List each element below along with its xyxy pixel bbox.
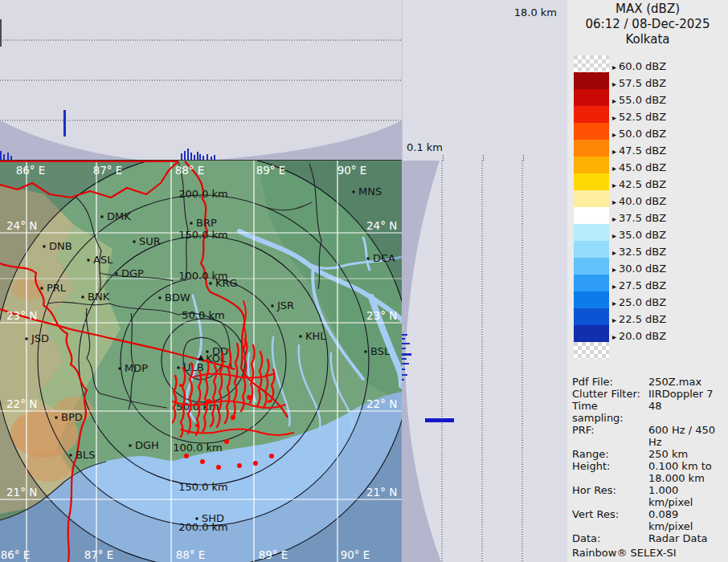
echo-profile-marks <box>402 334 454 422</box>
top-cross-section-canvas <box>0 0 402 161</box>
legend-color-band <box>574 258 609 275</box>
beam-blind-zone <box>0 120 402 160</box>
scale-value-text: 55.0 dBZ <box>619 94 666 106</box>
station-label: ULB <box>183 361 204 373</box>
scale-value-text: 22.5 dBZ <box>619 313 666 325</box>
beam-blind-zone <box>402 161 441 562</box>
scale-value-text: 20.0 dBZ <box>619 330 666 342</box>
tick-arrow-icon: ▸ <box>612 282 616 291</box>
metadata-label: PRF: <box>572 424 648 448</box>
station-dot <box>119 368 121 370</box>
station-dot <box>129 445 132 447</box>
metadata-label: Data: <box>572 532 648 544</box>
metadata-value: 250Z.max <box>648 376 725 388</box>
station-dot <box>43 246 46 248</box>
station-dot <box>133 241 136 243</box>
range-ring-label: 50.0 km <box>182 309 224 321</box>
metadata-value: 0.100 km to 18.000 km <box>648 460 725 484</box>
transparent-checker-top <box>574 55 609 72</box>
legend-scale-label: ▸37.5 dBZ <box>612 213 666 225</box>
axis-tick <box>483 155 484 161</box>
corner-axis-panel: 18.0 km 0.1 km <box>402 0 568 161</box>
side-cross-section-canvas <box>402 161 567 562</box>
scale-value-text: 37.5 dBZ <box>619 212 666 224</box>
metadata-row: Hor Res:1.000 km/pixel <box>572 484 725 508</box>
side-cross-section-panel <box>402 161 567 562</box>
longitude-label: 89° E <box>259 548 288 561</box>
metadata-label: Time sampling: <box>572 400 648 424</box>
station-label: BRP <box>196 217 217 229</box>
scale-value-text: 40.0 dBZ <box>619 195 666 207</box>
station-dot <box>70 454 72 457</box>
legend-color-band <box>574 140 609 157</box>
longitude-label: 86° E <box>16 164 46 177</box>
metadata-row: Data:Radar Data <box>572 532 725 544</box>
station-label: DMK <box>107 210 131 222</box>
tick-arrow-icon: ▸ <box>612 248 616 257</box>
scale-value-text: 25.0 dBZ <box>619 296 666 308</box>
legend-scale-label: ▸45.0 dBZ <box>612 162 666 174</box>
legend-color-band <box>574 241 609 258</box>
legend-scale-label: ▸22.5 dBZ <box>612 314 666 326</box>
metadata-row: Height:0.100 km to 18.000 km <box>572 460 725 484</box>
tick-arrow-icon: ▸ <box>612 231 616 240</box>
legend-panel: MAX (dBZ) 06:12 / 08-Dec-2025 Kolkata ▸6… <box>567 0 728 562</box>
station-label: PRL <box>47 282 67 294</box>
legend-scale-label: ▸55.0 dBZ <box>612 95 666 107</box>
longitude-label: 86° E <box>1 548 31 561</box>
metadata-label: Range: <box>572 448 648 460</box>
legend-scale-label: ▸47.5 dBZ <box>612 145 666 157</box>
legend-color-band <box>574 157 609 173</box>
metadata-value: 0.089 km/pixel <box>648 508 725 532</box>
scale-value-text: 45.0 dBZ <box>619 161 666 173</box>
station-label: BNK <box>88 291 110 303</box>
station-label: DNB <box>49 240 72 252</box>
metadata-row: Range:250 km <box>572 448 725 460</box>
station-label: BDW <box>165 291 190 303</box>
product-timestamp: 06:12 / 08-Dec-2025 <box>567 17 728 32</box>
height-grid-lines <box>442 161 522 562</box>
axis-tick <box>523 155 524 161</box>
tick-arrow-icon: ▸ <box>612 113 616 122</box>
station-dot <box>190 222 193 225</box>
height-grid-lines <box>0 40 402 120</box>
longitude-label: 87° E <box>93 164 123 177</box>
tick-arrow-icon: ▸ <box>612 130 616 139</box>
station-dot <box>272 305 274 307</box>
range-ring-label: 150.0 km <box>178 229 228 241</box>
longitude-label: 87° E <box>84 548 114 561</box>
tick-arrow-icon: ▸ <box>612 181 616 189</box>
legend-scale-label: ▸20.0 dBZ <box>612 331 666 343</box>
metadata-label: Clutter Filter: <box>572 388 648 400</box>
legend-scale-label: ▸52.5 dBZ <box>612 112 666 124</box>
tick-arrow-icon: ▸ <box>612 265 616 274</box>
longitude-label: 88° E <box>176 548 206 561</box>
height-axis-max-label: 18.0 km <box>514 6 557 18</box>
legend-color-band <box>574 207 609 224</box>
product-title: MAX (dBZ) 06:12 / 08-Dec-2025 Kolkata <box>567 2 728 47</box>
tick-arrow-icon: ▸ <box>612 63 616 71</box>
tick-arrow-icon: ▸ <box>612 198 616 206</box>
latitude-label: 21° N <box>6 486 37 499</box>
tick-arrow-icon: ▸ <box>612 164 616 173</box>
station-label: KRG <box>215 277 238 289</box>
scale-value-text: 60.0 dBZ <box>619 60 666 72</box>
product-name: MAX (dBZ) <box>567 2 728 17</box>
station-dot <box>82 296 84 299</box>
station-dot <box>353 191 355 193</box>
station-label: KHL <box>305 330 326 342</box>
tick-arrow-icon: ▸ <box>612 316 616 324</box>
range-ring-label: 100.0 km <box>173 442 223 454</box>
station-dot <box>101 216 104 218</box>
scale-value-text: 47.5 dBZ <box>619 145 666 157</box>
height-axis-min-label: 0.1 km <box>407 141 443 153</box>
metadata-value: 1.000 km/pixel <box>648 484 725 508</box>
legend-color-band <box>574 308 609 325</box>
legend-color-band <box>574 190 609 207</box>
latitude-label: 21° N <box>366 486 397 499</box>
station-label: BLS <box>76 449 95 461</box>
legend-scale-label: ▸35.0 dBZ <box>612 230 666 242</box>
station-dot <box>196 518 198 520</box>
legend-scale-label: ▸42.5 dBZ <box>612 179 666 191</box>
legend-color-band <box>574 325 609 342</box>
